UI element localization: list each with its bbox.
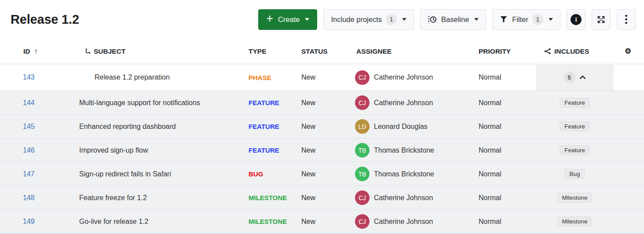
empty-cell xyxy=(614,91,644,114)
type-cell[interactable]: PHASE xyxy=(244,64,290,91)
type-text: BUG xyxy=(249,170,263,178)
status-cell[interactable]: New xyxy=(290,64,348,91)
avatar: CJ xyxy=(355,190,370,205)
column-header-status[interactable]: STATUS xyxy=(290,39,348,64)
column-settings-button[interactable]: ⚙ xyxy=(614,39,644,64)
chevron-down-icon xyxy=(549,18,553,21)
priority-cell[interactable]: Normal xyxy=(471,115,536,138)
column-header-status-label: STATUS xyxy=(301,48,328,55)
include-projects-button[interactable]: Include projects 1 xyxy=(323,9,414,30)
subject-text: Sign-up redirect fails in Safari xyxy=(79,170,171,178)
create-button-label: Create xyxy=(278,15,300,24)
includes-type-chip: Bug xyxy=(564,169,585,179)
priority-text: Normal xyxy=(479,73,501,81)
column-header-subject-label: SUBJECT xyxy=(94,48,125,55)
id-link[interactable]: 146 xyxy=(23,146,35,154)
id-link[interactable]: 149 xyxy=(23,218,35,226)
subject-cell[interactable]: Sign-up redirect fails in Safari xyxy=(62,162,244,186)
type-cell[interactable]: MILESTONE xyxy=(244,210,290,233)
baseline-button[interactable]: Baseline xyxy=(420,9,486,30)
filter-count-badge: 1 xyxy=(532,14,543,25)
create-button[interactable]: + Create xyxy=(258,9,317,30)
subject-text: Multi-language support for notifications xyxy=(79,99,200,107)
status-cell[interactable]: New xyxy=(290,162,348,186)
avatar: CJ xyxy=(355,70,370,85)
empty-cell xyxy=(614,162,644,186)
column-header-includes[interactable]: INCLUDES xyxy=(536,39,614,64)
type-text: FEATURE xyxy=(249,146,279,154)
id-link[interactable]: 148 xyxy=(23,194,35,202)
include-projects-count-badge: 1 xyxy=(386,14,397,25)
includes-cell: Feature xyxy=(536,115,614,138)
subject-cell[interactable]: Go-live for release 1.2 xyxy=(62,210,244,233)
priority-text: Normal xyxy=(479,170,501,178)
assignee-cell[interactable]: LD Leonard Douglas xyxy=(348,115,471,138)
column-header-priority[interactable]: PRIORITY xyxy=(471,39,536,64)
priority-cell[interactable]: Normal xyxy=(471,91,536,114)
assignee-cell[interactable]: TB Thomas Brickstone xyxy=(348,139,471,162)
type-text: MILESTONE xyxy=(249,194,287,201)
avatar: TB xyxy=(355,143,370,157)
type-cell[interactable]: FEATURE xyxy=(244,91,290,114)
priority-text: Normal xyxy=(479,123,501,131)
subject-cell[interactable]: Release 1.2 preparation xyxy=(62,64,244,91)
priority-cell[interactable]: Normal xyxy=(471,162,536,186)
status-cell[interactable]: New xyxy=(290,91,348,114)
id-link[interactable]: 143 xyxy=(23,73,35,81)
priority-cell[interactable]: Normal xyxy=(471,64,536,91)
empty-cell xyxy=(614,210,644,233)
subject-text: Go-live for release 1.2 xyxy=(79,218,148,226)
subject-text: Enhanced reporting dashboard xyxy=(79,123,176,131)
assignee-cell[interactable]: CJ Catherine Johnson xyxy=(348,210,471,233)
assignee-cell[interactable]: TB Thomas Brickstone xyxy=(348,162,471,186)
empty-cell xyxy=(614,186,644,209)
type-cell[interactable]: FEATURE xyxy=(244,115,290,138)
fullscreen-button[interactable] xyxy=(592,9,611,30)
includes-collapse-toggle[interactable]: 6 xyxy=(536,64,614,91)
avatar: CJ xyxy=(355,95,370,110)
subject-text: Feature freeze for 1.2 xyxy=(79,194,147,202)
status-text: New xyxy=(301,218,315,226)
type-cell[interactable]: MILESTONE xyxy=(244,186,290,209)
priority-cell[interactable]: Normal xyxy=(471,210,536,233)
type-cell[interactable]: FEATURE xyxy=(244,139,290,162)
assignee-cell[interactable]: CJ Catherine Johnson xyxy=(348,91,471,114)
avatar: LD xyxy=(355,119,370,134)
assignee-name: Catherine Johnson xyxy=(374,218,433,226)
includes-type-chip: Feature xyxy=(560,121,590,132)
subject-cell[interactable]: Enhanced reporting dashboard xyxy=(62,115,244,138)
info-button[interactable]: i xyxy=(567,9,585,30)
assignee-name: Thomas Brickstone xyxy=(374,146,434,154)
type-cell[interactable]: BUG xyxy=(244,162,290,186)
column-header-type[interactable]: TYPE xyxy=(244,39,290,64)
relations-icon xyxy=(544,48,551,55)
column-header-id[interactable]: ID ↑ xyxy=(0,39,62,64)
more-options-button[interactable] xyxy=(617,9,636,30)
status-cell[interactable]: New xyxy=(290,210,348,233)
id-link[interactable]: 144 xyxy=(23,99,35,107)
assignee-cell[interactable]: CJ Catherine Johnson xyxy=(348,64,471,91)
filter-label: Filter xyxy=(512,15,528,24)
subject-cell[interactable]: Feature freeze for 1.2 xyxy=(62,186,244,209)
assignee-name: Catherine Johnson xyxy=(374,194,433,202)
subject-cell[interactable]: Improved sign-up flow xyxy=(62,139,244,162)
priority-cell[interactable]: Normal xyxy=(471,186,536,209)
status-cell[interactable]: New xyxy=(290,115,348,138)
table-row: 147 Sign-up redirect fails in Safari BUG… xyxy=(0,162,644,186)
assignee-cell[interactable]: CJ Catherine Johnson xyxy=(348,186,471,209)
id-link[interactable]: 145 xyxy=(23,123,35,131)
column-header-assignee[interactable]: ASSIGNEE xyxy=(348,39,471,64)
status-cell[interactable]: New xyxy=(290,186,348,209)
includes-type-chip: Milestone xyxy=(557,193,593,203)
id-link[interactable]: 147 xyxy=(23,170,35,178)
includes-type-chip: Feature xyxy=(560,98,590,108)
status-cell[interactable]: New xyxy=(290,139,348,162)
filter-button[interactable]: Filter 1 xyxy=(492,9,560,30)
column-header-subject[interactable]: SUBJECT xyxy=(62,39,244,64)
subject-text: Improved sign-up flow xyxy=(79,146,148,154)
priority-cell[interactable]: Normal xyxy=(471,139,536,162)
column-header-priority-label: PRIORITY xyxy=(479,48,511,55)
sort-ascending-icon: ↑ xyxy=(34,48,38,55)
subject-cell[interactable]: Multi-language support for notifications xyxy=(62,91,244,114)
chevron-up-icon xyxy=(579,75,586,80)
